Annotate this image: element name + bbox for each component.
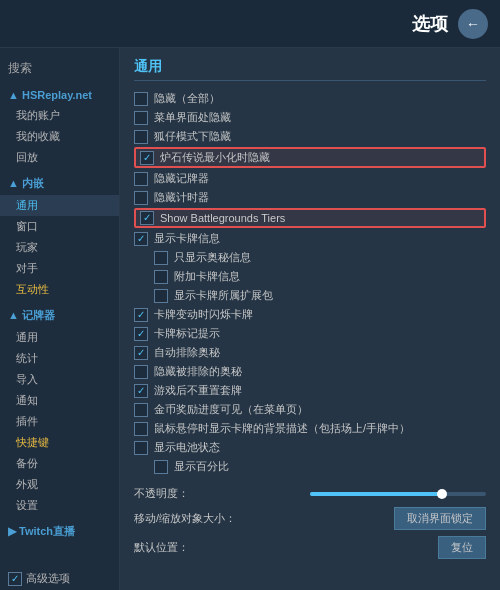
checkbox-row-only-secret: 只显示奥秘信息 (134, 248, 486, 267)
default-pos-row: 默认位置： 复位 (134, 536, 486, 559)
label-show-percent: 显示百分比 (174, 459, 229, 474)
checkbox-row-hide-minimized: 炉石传说最小化时隐藏 (134, 147, 486, 168)
sidebar-item-backup[interactable]: 备份 (0, 453, 119, 474)
cb-no-reset-deck[interactable] (134, 384, 148, 398)
label-hide-foxlet: 狐仔模式下隐藏 (154, 129, 231, 144)
advanced-options-row[interactable]: 高级选项 (0, 567, 119, 590)
cb-only-secret[interactable] (154, 251, 168, 265)
cb-extra-card-info[interactable] (154, 270, 168, 284)
default-pos-label: 默认位置： (134, 540, 438, 555)
opacity-section: 不透明度： (134, 486, 486, 501)
sidebar-item-notify[interactable]: 通知 (0, 390, 119, 411)
sidebar-item-my-collection[interactable]: 我的收藏 (0, 126, 119, 147)
label-hide-all: 隐藏（全部） (154, 91, 220, 106)
cb-auto-exclude-secret[interactable] (134, 346, 148, 360)
sidebar-item-interactive[interactable]: 互动性 (0, 279, 119, 300)
checkbox-row-extra-card-info: 附加卡牌信息 (134, 267, 486, 286)
sidebar-section-tracker: ▲ 记牌器 (0, 304, 119, 327)
label-hide-tracker: 隐藏记牌器 (154, 171, 209, 186)
label-only-secret: 只显示奥秘信息 (174, 250, 251, 265)
sidebar-item-import[interactable]: 导入 (0, 369, 119, 390)
checkbox-row-hide-all: 隐藏（全部） (134, 89, 486, 108)
sidebar: 搜索 ▲ HSReplay.net 我的账户 我的收藏 回放 ▲ 内嵌 通用 窗… (0, 48, 120, 590)
label-hover-desc: 鼠标悬停时显示卡牌的背景描述（包括场上/手牌中） (154, 421, 410, 436)
cb-battery-status[interactable] (134, 441, 148, 455)
label-show-card-info: 显示卡牌信息 (154, 231, 220, 246)
checkbox-row-hide-tracker: 隐藏记牌器 (134, 169, 486, 188)
checkbox-row-hide-menu: 菜单界面处隐藏 (134, 108, 486, 127)
checkbox-row-hide-timer: 隐藏计时器 (134, 188, 486, 207)
sidebar-item-replay[interactable]: 回放 (0, 147, 119, 168)
cb-show-percent[interactable] (154, 460, 168, 474)
label-hide-excluded-secret: 隐藏被排除的奥秘 (154, 364, 242, 379)
header: 选项 ← (0, 0, 500, 48)
back-button[interactable]: ← (458, 9, 488, 39)
sidebar-item-opponent[interactable]: 对手 (0, 258, 119, 279)
cb-hide-all[interactable] (134, 92, 148, 106)
label-auto-exclude-secret: 自动排除奥秘 (154, 345, 220, 360)
advanced-options-label: 高级选项 (26, 571, 70, 586)
sidebar-item-general[interactable]: 通用 (0, 195, 119, 216)
content-area: 通用 隐藏（全部） 菜单界面处隐藏 狐仔模式下隐藏 炉石传说最小化时隐藏 隐藏记… (120, 48, 500, 590)
scale-label: 移动/缩放对象大小： (134, 511, 394, 526)
search-label[interactable]: 搜索 (0, 56, 119, 81)
sidebar-item-tracker-general[interactable]: 通用 (0, 327, 119, 348)
advanced-options-checkbox[interactable] (8, 572, 22, 586)
sidebar-item-settings[interactable]: 设置 (0, 495, 119, 516)
page-title: 选项 (412, 12, 448, 36)
cb-flash-card[interactable] (134, 308, 148, 322)
label-hide-timer: 隐藏计时器 (154, 190, 209, 205)
label-battery-status: 显示电池状态 (154, 440, 220, 455)
label-hide-minimized: 炉石传说最小化时隐藏 (160, 150, 270, 165)
label-show-expansion: 显示卡牌所属扩展包 (174, 288, 273, 303)
label-no-reset-deck: 游戏后不重置套牌 (154, 383, 242, 398)
cb-show-expansion[interactable] (154, 289, 168, 303)
sidebar-item-plugin[interactable]: 插件 (0, 411, 119, 432)
checkbox-row-show-card-info: 显示卡牌信息 (134, 229, 486, 248)
label-extra-card-info: 附加卡牌信息 (174, 269, 240, 284)
section-title: 通用 (134, 58, 486, 81)
sidebar-section-hsreplay: ▲ HSReplay.net (0, 85, 119, 105)
sidebar-item-appearance[interactable]: 外观 (0, 474, 119, 495)
label-show-bg-tiers: Show Battlegrounds Tiers (160, 212, 285, 224)
reset-button[interactable]: 复位 (438, 536, 486, 559)
checkbox-row-show-percent: 显示百分比 (134, 457, 486, 476)
sidebar-section-embedded: ▲ 内嵌 (0, 172, 119, 195)
checkbox-row-no-reset-deck: 游戏后不重置套牌 (134, 381, 486, 400)
label-flash-card: 卡牌变动时闪烁卡牌 (154, 307, 253, 322)
checkbox-row-hover-desc: 鼠标悬停时显示卡牌的背景描述（包括场上/手牌中） (134, 419, 486, 438)
cb-hide-timer[interactable] (134, 191, 148, 205)
checkbox-row-flash-card: 卡牌变动时闪烁卡牌 (134, 305, 486, 324)
opacity-slider-track[interactable] (310, 492, 486, 496)
opacity-row: 不透明度： (134, 486, 486, 501)
checkbox-row-auto-exclude-secret: 自动排除奥秘 (134, 343, 486, 362)
cb-hover-desc[interactable] (134, 422, 148, 436)
label-card-mark: 卡牌标记提示 (154, 326, 220, 341)
cb-card-mark[interactable] (134, 327, 148, 341)
sidebar-item-player[interactable]: 玩家 (0, 237, 119, 258)
checkbox-row-show-expansion: 显示卡牌所属扩展包 (134, 286, 486, 305)
sidebar-item-my-account[interactable]: 我的账户 (0, 105, 119, 126)
sidebar-item-shortcut[interactable]: 快捷键 (0, 432, 119, 453)
opacity-slider-thumb[interactable] (437, 489, 447, 499)
cb-hide-tracker[interactable] (134, 172, 148, 186)
main-layout: 搜索 ▲ HSReplay.net 我的账户 我的收藏 回放 ▲ 内嵌 通用 窗… (0, 48, 500, 590)
cb-hide-foxlet[interactable] (134, 130, 148, 144)
checkbox-row-gold-progress: 金币奖励进度可见（在菜单页） (134, 400, 486, 419)
label-gold-progress: 金币奖励进度可见（在菜单页） (154, 402, 308, 417)
cb-gold-progress[interactable] (134, 403, 148, 417)
cb-show-bg-tiers[interactable] (140, 211, 154, 225)
cb-hide-menu[interactable] (134, 111, 148, 125)
opacity-label: 不透明度： (134, 486, 310, 501)
sidebar-item-window[interactable]: 窗口 (0, 216, 119, 237)
sidebar-section-twitch: ▶ Twitch直播 (0, 520, 119, 543)
checkbox-row-battery-status: 显示电池状态 (134, 438, 486, 457)
opacity-slider-fill (310, 492, 442, 496)
checkbox-row-show-bg-tiers: Show Battlegrounds Tiers (134, 208, 486, 228)
cb-show-card-info[interactable] (134, 232, 148, 246)
cb-hide-minimized[interactable] (140, 151, 154, 165)
checkbox-row-card-mark: 卡牌标记提示 (134, 324, 486, 343)
unlock-ui-button[interactable]: 取消界面锁定 (394, 507, 486, 530)
cb-hide-excluded-secret[interactable] (134, 365, 148, 379)
sidebar-item-stats[interactable]: 统计 (0, 348, 119, 369)
